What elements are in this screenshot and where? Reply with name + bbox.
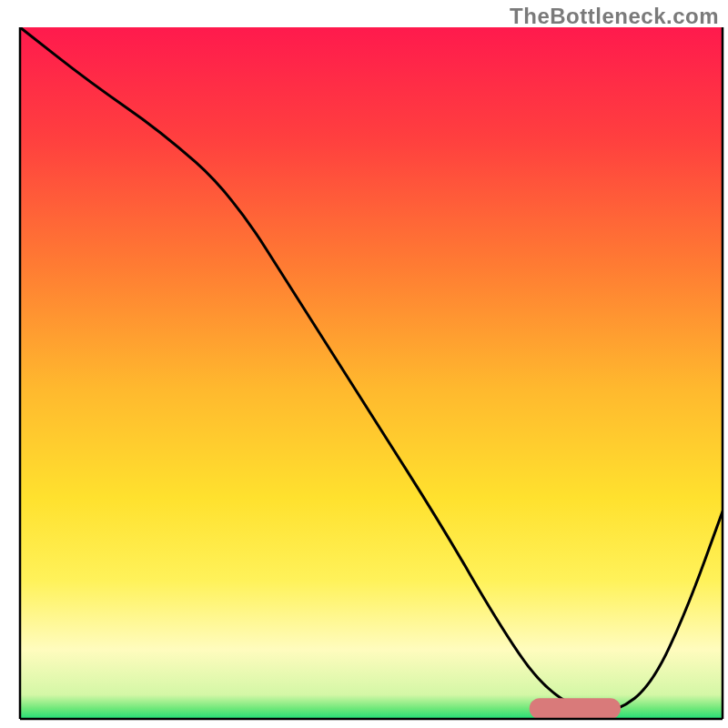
optimum-marker [530,698,621,719]
watermark-text: TheBottleneck.com [510,4,719,29]
chart-container: TheBottleneck.com [0,0,728,728]
chart-svg [0,0,728,728]
plot-background [20,27,723,719]
